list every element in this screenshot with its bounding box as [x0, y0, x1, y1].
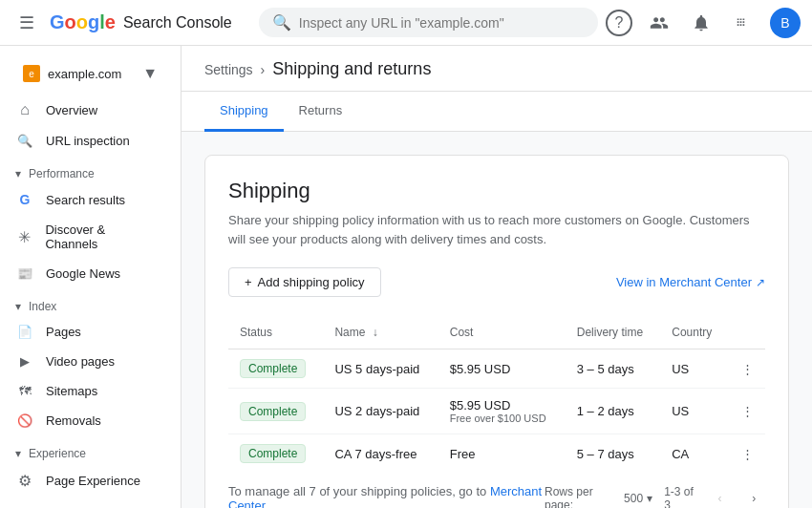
card-title: Shipping — [228, 179, 765, 203]
cell-country: CA — [660, 434, 727, 474]
menu-icon[interactable]: ☰ — [11, 8, 42, 38]
cell-cost: $5.95 USD — [438, 349, 566, 389]
cell-name: CA 7 days-free — [323, 434, 438, 474]
sidebar-item-search-results[interactable]: G Search results — [0, 184, 173, 215]
sidebar-item-label: Page Experience — [46, 474, 140, 488]
account-management-icon[interactable] — [644, 8, 674, 38]
col-cost: Cost — [438, 316, 566, 349]
rows-per-page-select[interactable]: 500 ▾ — [624, 492, 652, 505]
shipping-table: Status Name ↓ Cost Delivery time Country — [228, 316, 765, 473]
col-delivery-time: Delivery time — [566, 316, 660, 349]
status-badge: Complete — [240, 444, 306, 463]
cell-row-menu[interactable]: ⋮ — [728, 434, 765, 474]
breadcrumb-parent[interactable]: Settings — [204, 62, 253, 77]
cell-row-menu[interactable]: ⋮ — [728, 389, 765, 434]
sidebar-item-core-web-vitals[interactable]: ◎ Core Web Vitals — [0, 497, 173, 508]
cell-delivery-time: 5 – 7 days — [566, 434, 660, 474]
sidebar-item-video-pages[interactable]: ▶ Video pages — [0, 347, 173, 376]
shipping-card: Shipping Share your shipping policy info… — [204, 155, 789, 508]
sidebar-section-index[interactable]: ▾ Index — [0, 288, 181, 317]
manage-message: To manage all 7 of your shipping policie… — [228, 484, 545, 508]
table-row: Complete US 5 days-paid $5.95 USD 3 – 5 … — [228, 349, 765, 389]
breadcrumb: Settings › Shipping and returns — [182, 46, 812, 92]
pages-icon: 📄 — [15, 325, 34, 339]
video-icon: ▶ — [15, 354, 34, 369]
help-icon[interactable]: ? — [606, 10, 632, 36]
pagination: Rows per page: 500 ▾ 1-3 of 3 ‹ › — [545, 485, 765, 508]
next-page-button[interactable]: › — [742, 485, 765, 508]
col-country: Country — [660, 316, 727, 349]
search-input[interactable] — [299, 15, 585, 31]
sidebar-item-label: Discover & Channels — [45, 222, 158, 251]
sidebar-item-overview[interactable]: ⌂ Overview — [0, 94, 173, 126]
sitemap-icon: 🗺 — [15, 384, 34, 398]
cell-cost: $5.95 USD Free over $100 USD — [438, 389, 566, 434]
table-header-row: Status Name ↓ Cost Delivery time Country — [228, 316, 765, 349]
add-shipping-policy-button[interactable]: + Add shipping policy — [228, 267, 381, 297]
header-actions: ? B — [606, 8, 801, 38]
table-row: Complete US 2 days-paid $5.95 USD Free o… — [228, 389, 765, 434]
sidebar-item-sitemaps[interactable]: 🗺 Sitemaps — [0, 376, 173, 406]
chevron-down-icon: ▾ — [15, 167, 21, 180]
dropdown-arrow-icon: ▼ — [142, 65, 158, 82]
notifications-icon[interactable] — [686, 8, 716, 38]
chevron-down-icon: ▾ — [647, 492, 652, 505]
sidebar-item-label: Video pages — [46, 354, 115, 369]
status-badge: Complete — [240, 402, 306, 421]
sidebar-item-label: Sitemaps — [46, 384, 97, 398]
view-merchant-center-link[interactable]: View in Merchant Center ↗ — [616, 275, 765, 289]
cell-status: Complete — [228, 389, 323, 434]
section-label: Performance — [29, 167, 95, 180]
sidebar-item-label: Google News — [46, 266, 120, 281]
cell-row-menu[interactable]: ⋮ — [728, 349, 765, 389]
sidebar-item-label: Search results — [46, 193, 125, 207]
col-actions — [728, 316, 765, 349]
tab-shipping[interactable]: Shipping — [204, 92, 284, 132]
previous-page-button[interactable]: ‹ — [709, 485, 732, 508]
tab-returns[interactable]: Returns — [284, 92, 358, 132]
main-content: Settings › Shipping and returns Shipping… — [182, 46, 812, 508]
header: ☰ Google Search Console 🔍 ? B — [0, 0, 812, 46]
search-icon: 🔍 — [15, 134, 34, 148]
external-link-icon: ↗ — [756, 276, 765, 289]
cell-cost: Free — [438, 434, 566, 474]
sidebar-item-removals[interactable]: 🚫 Removals — [0, 406, 173, 435]
sidebar-section-performance[interactable]: ▾ Performance — [0, 156, 181, 184]
status-badge: Complete — [240, 359, 306, 378]
search-bar[interactable]: 🔍 — [259, 8, 598, 37]
sidebar-item-pages[interactable]: 📄 Pages — [0, 317, 173, 347]
avatar[interactable]: B — [770, 8, 801, 38]
sidebar-item-google-news[interactable]: 📰 Google News — [0, 259, 173, 288]
merchant-link-label: View in Merchant Center — [616, 275, 752, 289]
sidebar-section-experience[interactable]: ▾ Experience — [0, 435, 181, 464]
rows-per-page-value: 500 — [624, 492, 643, 505]
sidebar-item-discover[interactable]: ✳ Discover & Channels — [0, 215, 173, 259]
col-status: Status — [228, 316, 323, 349]
cell-status: Complete — [228, 434, 323, 474]
content-area: Shipping Share your shipping policy info… — [182, 132, 812, 508]
cell-name: US 5 days-paid — [323, 349, 438, 389]
apps-icon[interactable] — [728, 8, 759, 38]
sort-icon[interactable]: ↓ — [373, 326, 378, 339]
sidebar-item-label: URL inspection — [46, 134, 130, 148]
breadcrumb-separator: › — [261, 62, 266, 77]
tabs: Shipping Returns — [182, 92, 812, 132]
cell-country: US — [660, 349, 727, 389]
site-name: example.com — [48, 67, 135, 81]
cell-delivery-time: 1 – 2 days — [566, 389, 660, 434]
card-actions: + Add shipping policy View in Merchant C… — [228, 267, 765, 297]
cell-status: Complete — [228, 349, 323, 389]
sidebar-item-label: Overview — [46, 103, 97, 117]
chevron-down-icon: ▾ — [15, 300, 21, 313]
card-description: Share your shipping policy information w… — [228, 211, 765, 248]
breadcrumb-current: Shipping and returns — [272, 59, 431, 79]
section-label: Experience — [29, 447, 86, 460]
sidebar-item-url-inspection[interactable]: 🔍 URL inspection — [0, 126, 173, 156]
manage-link[interactable]: Merchant Center — [228, 484, 542, 508]
site-favicon: e — [23, 65, 40, 82]
sidebar: e example.com ▼ ⌂ Overview 🔍 URL inspect… — [0, 46, 182, 508]
site-selector[interactable]: e example.com ▼ — [8, 57, 173, 90]
sidebar-item-page-experience[interactable]: ⚙ Page Experience — [0, 464, 173, 497]
home-icon: ⌂ — [15, 101, 34, 118]
rows-per-page-label: Rows per page: — [545, 485, 612, 508]
